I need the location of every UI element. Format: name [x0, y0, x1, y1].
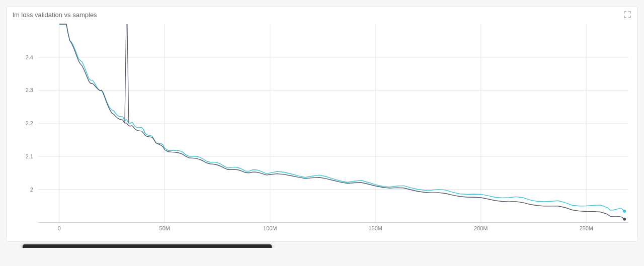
svg-text:2.1: 2.1	[26, 153, 33, 159]
chart-title: lm loss validation vs samples	[13, 11, 97, 19]
chart-area[interactable]: 050M100M150M200M250M22.12.22.32.4 RunSmo…	[7, 22, 637, 241]
svg-text:100M: 100M	[263, 225, 277, 231]
svg-text:2: 2	[30, 187, 33, 193]
svg-text:2.4: 2.4	[26, 54, 33, 60]
series-fp8/gpt3-8b-multi-1.1t	[59, 24, 624, 211]
tooltip-header: Time	[189, 247, 238, 248]
axis-labels: 050M100M150M200M250M22.12.22.32.4	[26, 54, 593, 232]
line-chart-svg: 050M100M150M200M250M22.12.22.32.4	[11, 22, 633, 237]
svg-text:2.2: 2.2	[26, 120, 33, 126]
fullscreen-icon[interactable]	[623, 11, 631, 19]
tooltip-header: Value	[136, 247, 154, 248]
svg-text:0: 0	[58, 225, 61, 231]
svg-text:150M: 150M	[369, 225, 382, 231]
end-dot-fp8	[623, 210, 626, 213]
hover-tooltip: RunSmoothedValueStepTimeRelative bf16/gp…	[23, 244, 272, 248]
svg-text:50M: 50M	[159, 225, 170, 231]
series-bf16/gpt3-8b-multi-1.1t-gtc	[59, 24, 624, 219]
svg-text:2.3: 2.3	[26, 87, 33, 93]
svg-text:250M: 250M	[579, 225, 593, 231]
panel-header: lm loss validation vs samples	[7, 7, 637, 22]
end-dot-bf16	[623, 218, 626, 221]
tooltip-table: RunSmoothedValueStepTimeRelative bf16/gp…	[28, 247, 267, 248]
tooltip-header: Smoothed	[105, 247, 136, 248]
chart-panel: lm loss validation vs samples 050M100M15…	[6, 6, 638, 242]
tooltip-header: Relative	[238, 247, 267, 248]
tooltip-header: Run	[28, 247, 105, 248]
svg-text:200M: 200M	[474, 225, 488, 231]
series-spike	[125, 24, 129, 123]
tooltip-header: Step	[154, 247, 189, 248]
